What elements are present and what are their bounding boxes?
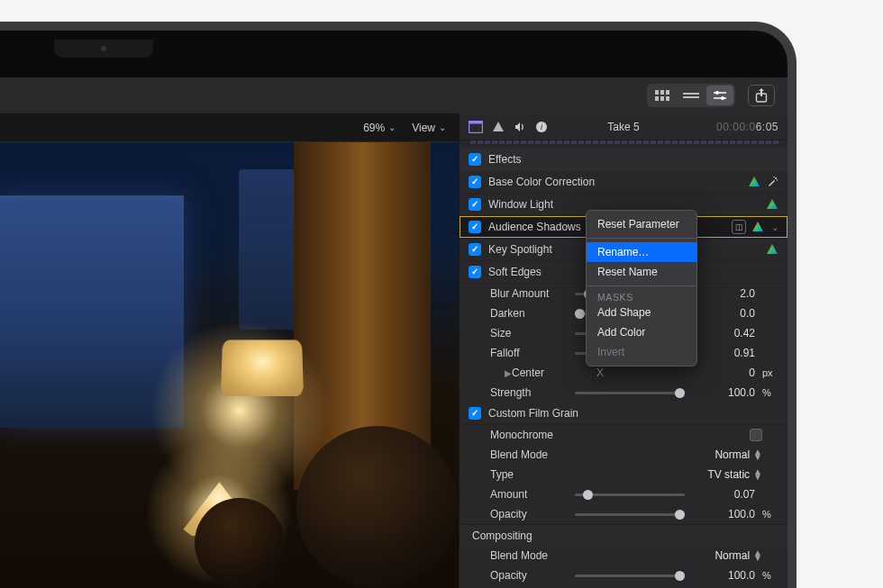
svg-marker-23: [752, 222, 763, 231]
slider[interactable]: [575, 574, 685, 577]
layout-timeline-button[interactable]: [678, 86, 705, 105]
param-opacity: Opacity 100.0 %: [460, 504, 787, 524]
color-wheel-icon[interactable]: [748, 176, 760, 188]
app-toolbar: [0, 77, 787, 113]
svg-rect-3: [655, 96, 659, 101]
audio-tab-icon[interactable]: [514, 121, 526, 133]
menu-separator: [587, 285, 696, 286]
effect-label: Custom Film Grain: [488, 407, 778, 420]
zoom-value: 69%: [363, 122, 385, 134]
clip-name: Take 5: [607, 121, 639, 133]
effect-checkbox[interactable]: [469, 243, 481, 256]
color-wheel-icon[interactable]: [766, 198, 778, 211]
svg-marker-24: [767, 244, 778, 254]
info-tab-icon[interactable]: i: [535, 121, 548, 133]
svg-point-20: [773, 176, 774, 177]
effect-label: Base Color Correction: [488, 176, 741, 188]
effect-checkbox[interactable]: [469, 266, 481, 278]
svg-marker-22: [767, 199, 778, 209]
svg-rect-2: [666, 90, 669, 95]
color-tab-icon[interactable]: [492, 121, 505, 133]
menu-reset-name[interactable]: Reset Name: [587, 262, 696, 282]
view-menu[interactable]: View ⌄: [412, 122, 446, 134]
svg-rect-7: [683, 96, 699, 98]
mini-ruler: [469, 140, 778, 144]
slider[interactable]: [575, 392, 685, 394]
chevron-down-icon: ⌄: [439, 122, 446, 132]
blend-mode-popup[interactable]: Normal ▲▼: [715, 448, 762, 461]
svg-rect-6: [683, 93, 699, 95]
slider[interactable]: [575, 493, 685, 496]
svg-point-11: [721, 96, 724, 100]
scene-lamp: [221, 339, 304, 396]
viewer-toolbar: 69% ⌄ View ⌄: [0, 113, 459, 142]
slider[interactable]: [575, 513, 685, 516]
scene-silhouette: [296, 426, 459, 588]
effect-row-base-color[interactable]: Base Color Correction: [460, 171, 787, 194]
video-tab-icon[interactable]: [469, 121, 483, 133]
menu-reset-parameter[interactable]: Reset Parameter: [587, 214, 696, 234]
share-icon: [755, 88, 768, 103]
layout-browser-button[interactable]: [649, 86, 676, 105]
inspector-pane: i Take 5 00:00:06:05 Effects: [459, 113, 787, 588]
compositing-blend-popup[interactable]: Normal ▲▼: [715, 549, 762, 562]
monochrome-checkbox[interactable]: [750, 429, 762, 441]
app-screen: 69% ⌄ View ⌄: [0, 77, 787, 588]
sliders-icon: [713, 90, 727, 101]
menu-masks-label: MASKS: [587, 290, 696, 303]
param-strength: Strength 100.0 %: [460, 383, 787, 403]
timeline-icon: [683, 91, 699, 100]
magic-wand-icon[interactable]: [766, 176, 778, 188]
context-menu: Reset Parameter Rename… Reset Name MASKS…: [586, 210, 697, 366]
param-amount: Amount 0.07: [460, 484, 787, 504]
stepper-icon: ▲▼: [753, 449, 762, 460]
color-wheel-icon[interactable]: [766, 243, 778, 256]
effect-checkbox[interactable]: [469, 176, 481, 188]
svg-marker-18: [749, 176, 760, 186]
inspector-header: i Take 5 00:00:06:05: [460, 113, 787, 140]
menu-rename[interactable]: Rename…: [587, 242, 696, 262]
share-button[interactable]: [748, 85, 775, 106]
param-blend-mode: Blend Mode Normal ▲▼: [460, 445, 787, 465]
effect-row-film-grain[interactable]: Custom Film Grain: [460, 403, 787, 425]
chevron-down-icon: ⌄: [388, 122, 396, 132]
effect-checkbox[interactable]: [469, 198, 481, 211]
menu-add-color[interactable]: Add Color: [587, 322, 696, 342]
scene-window: [0, 195, 184, 427]
effect-checkbox[interactable]: [469, 407, 481, 420]
view-menu-label: View: [412, 122, 435, 134]
menu-invert: Invert: [587, 342, 696, 362]
svg-point-9: [715, 91, 719, 95]
type-popup[interactable]: TV static ▲▼: [707, 468, 762, 481]
color-wheel-icon[interactable]: [751, 221, 764, 233]
menu-separator: [587, 238, 696, 239]
chevron-down-icon[interactable]: ⌄: [771, 222, 778, 232]
menu-add-shape[interactable]: Add Shape: [587, 303, 696, 322]
layout-inspector-button[interactable]: [706, 86, 733, 105]
svg-rect-14: [469, 121, 483, 123]
effect-label: Window Light: [488, 198, 759, 211]
svg-marker-15: [493, 122, 504, 131]
stepper-icon: ▲▼: [753, 550, 762, 561]
param-type: Type TV static ▲▼: [460, 465, 787, 484]
camera-notch: [54, 40, 153, 58]
mask-icon[interactable]: ◫: [732, 220, 746, 234]
compositing-section-header[interactable]: Compositing: [460, 524, 787, 546]
svg-point-21: [777, 179, 778, 180]
viewer-canvas[interactable]: [0, 142, 459, 588]
viewer-pane: 69% ⌄ View ⌄: [0, 113, 459, 588]
zoom-dropdown[interactable]: 69% ⌄: [363, 122, 396, 134]
disclosure-triangle-icon[interactable]: ▶: [505, 368, 512, 378]
stepper-icon: ▲▼: [753, 469, 762, 480]
param-monochrome: Monochrome: [460, 425, 787, 445]
effects-section-header[interactable]: Effects: [460, 148, 787, 171]
effect-checkbox[interactable]: [469, 221, 481, 233]
effects-header-label: Effects: [488, 153, 521, 166]
svg-point-19: [775, 177, 777, 179]
timecode: 00:00:06:05: [716, 121, 778, 133]
compositing-blend-mode: Blend Mode Normal ▲▼: [460, 546, 787, 565]
effects-checkbox[interactable]: [469, 153, 481, 166]
grid-icon: [655, 90, 669, 101]
svg-rect-0: [655, 90, 659, 95]
compositing-opacity: Opacity 100.0 %: [460, 565, 787, 585]
